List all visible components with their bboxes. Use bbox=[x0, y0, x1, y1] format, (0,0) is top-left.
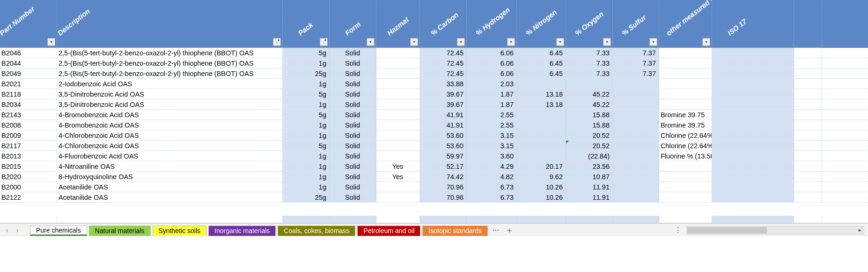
cell-blank[interactable] bbox=[712, 120, 794, 130]
cell-form[interactable]: Solid bbox=[330, 89, 376, 99]
cell-form[interactable]: Solid bbox=[330, 192, 376, 202]
cell-blank[interactable] bbox=[794, 130, 822, 140]
cell-blank[interactable] bbox=[794, 172, 822, 181]
cell-oxygen[interactable]: 10.87 bbox=[566, 172, 613, 181]
cell-hazmat[interactable] bbox=[376, 151, 420, 161]
cell-nitrogen[interactable]: 13.18 bbox=[517, 89, 566, 99]
cell-other[interactable]: Chlorine (22.64%) bbox=[659, 141, 712, 151]
table-row[interactable]: B2000Acetanilide OAS1gSolid70.966.7310.2… bbox=[0, 182, 868, 192]
cell-part[interactable]: B2044 bbox=[0, 58, 57, 68]
cell-form[interactable]: Solid bbox=[330, 151, 376, 161]
cell-carbon[interactable]: 39.67 bbox=[420, 99, 467, 109]
cell-oxygen[interactable]: (22.84) bbox=[566, 151, 613, 161]
cell-part[interactable]: B2118 bbox=[0, 89, 57, 99]
filter-button[interactable]: ▼ bbox=[457, 38, 465, 46]
cell-part[interactable]: B2049 bbox=[0, 68, 57, 78]
cell-nitrogen[interactable]: 20.17 bbox=[517, 161, 566, 171]
cell-nitrogen[interactable]: 6.45 bbox=[517, 48, 566, 58]
filter-button[interactable]: ▼ bbox=[507, 38, 515, 46]
cell-pack[interactable]: 1g bbox=[283, 182, 330, 192]
cell-other[interactable] bbox=[659, 172, 712, 181]
cell-hydrogen[interactable]: 4.29 bbox=[467, 161, 517, 171]
cell-blank[interactable] bbox=[712, 192, 794, 202]
scroll-right-button[interactable]: ► bbox=[856, 227, 864, 234]
cell-pack[interactable]: 5g bbox=[283, 110, 330, 120]
cell-desc[interactable]: 4-Chlorobenzoic Acid OAS bbox=[57, 130, 283, 140]
filter-button[interactable]: ▼ bbox=[702, 38, 710, 46]
table-row[interactable]: B20492,5-(Bis(5-tert-butyl-2-benzo-oxazo… bbox=[0, 68, 868, 79]
cell-hydrogen[interactable]: 1.87 bbox=[467, 89, 517, 99]
cell-hydrogen[interactable]: 6.06 bbox=[467, 58, 517, 68]
cell-other[interactable] bbox=[659, 161, 712, 171]
sheet-tab[interactable]: Inorganic materials bbox=[208, 226, 276, 236]
tab-nav-prev[interactable]: ‹ bbox=[3, 225, 11, 235]
cell-carbon[interactable]: 72.45 bbox=[420, 68, 467, 78]
more-tabs-button[interactable]: ··· bbox=[490, 227, 502, 234]
cell-form[interactable]: Solid bbox=[330, 99, 376, 109]
cell-nitrogen[interactable] bbox=[517, 130, 566, 140]
cell-part[interactable]: B2122 bbox=[0, 192, 57, 202]
filter-button[interactable]: ▼ bbox=[649, 38, 657, 46]
cell-desc[interactable]: 2-Iodobenzoic Acid OAS bbox=[57, 79, 283, 89]
cell-pack[interactable]: 1g bbox=[283, 130, 330, 140]
cell-carbon[interactable]: 70.96 bbox=[420, 192, 467, 202]
cell-sulfur[interactable] bbox=[613, 99, 659, 109]
cell-carbon[interactable]: 39.67 bbox=[420, 89, 467, 99]
cell-blank[interactable] bbox=[794, 120, 822, 130]
sheet-tab[interactable]: Pure chemicals bbox=[30, 226, 87, 236]
cell-hazmat[interactable] bbox=[376, 99, 420, 109]
cell-part[interactable]: B2143 bbox=[0, 110, 57, 120]
table-row[interactable]: B20134-Fluorobenzoic Acid OAS1gSolid59.9… bbox=[0, 151, 868, 161]
table-row[interactable]: B21174-Chlorobenzoic Acid OAS5gSolid53.6… bbox=[0, 141, 868, 151]
cell-sulfur[interactable] bbox=[613, 141, 659, 151]
cell-blank[interactable] bbox=[712, 48, 794, 58]
table-row[interactable]: B20084-Bromobenzoic Acid OAS1gSolid41.91… bbox=[0, 120, 868, 130]
cell-blank[interactable] bbox=[712, 68, 794, 78]
cell-oxygen[interactable]: 20.52 bbox=[566, 130, 613, 140]
cell-pack[interactable]: 1g bbox=[283, 58, 330, 68]
cell-blank[interactable] bbox=[794, 48, 822, 58]
cell-desc[interactable]: Acetanilide OAS bbox=[57, 192, 283, 202]
cell-blank[interactable] bbox=[794, 58, 822, 68]
cell-pack[interactable]: 1g bbox=[283, 151, 330, 161]
cell-hydrogen[interactable]: 6.73 bbox=[467, 192, 517, 202]
cell-carbon[interactable]: 70.96 bbox=[420, 182, 467, 192]
cell-blank[interactable] bbox=[712, 58, 794, 68]
cell-pack[interactable]: 1g bbox=[283, 79, 330, 89]
cell-oxygen[interactable]: 15.88 bbox=[566, 110, 613, 120]
cell-desc[interactable]: 4-Bromobenzoic Acid OAS bbox=[57, 110, 283, 120]
table-row[interactable]: B20343,5-Dinitrobenzoic Acid OAS1gSolid3… bbox=[0, 99, 868, 110]
cell-oxygen[interactable]: 7.33 bbox=[566, 48, 613, 58]
cell-form[interactable]: Solid bbox=[330, 58, 376, 68]
cell-blank[interactable] bbox=[712, 141, 794, 151]
cell-pack[interactable]: 25g bbox=[283, 68, 330, 78]
table-row[interactable]: B21183,5-Dinitrobenzoic Acid OAS5gSolid3… bbox=[0, 89, 868, 99]
cell-blank[interactable] bbox=[712, 99, 794, 109]
cell-other[interactable] bbox=[659, 99, 712, 109]
filter-button[interactable]: ▼ bbox=[47, 38, 55, 46]
cell-other[interactable]: Bromine 39.75 bbox=[659, 110, 712, 120]
cell-other[interactable] bbox=[659, 89, 712, 99]
cell-blank[interactable] bbox=[794, 79, 822, 89]
cell-hydrogen[interactable]: 6.06 bbox=[467, 68, 517, 78]
cell-hazmat[interactable] bbox=[376, 182, 420, 192]
cell-hazmat[interactable] bbox=[376, 120, 420, 130]
cell-carbon[interactable]: 72.45 bbox=[420, 58, 467, 68]
cell-desc[interactable]: 4-Chlorobenzoic Acid OAS bbox=[57, 141, 283, 151]
cell-hazmat[interactable] bbox=[376, 79, 420, 89]
table-row[interactable]: B20208-Hydroxyquinoline OAS1gSolidYes74.… bbox=[0, 172, 868, 182]
cell-part[interactable]: B2046 bbox=[0, 48, 57, 58]
cell-sulfur[interactable] bbox=[613, 120, 659, 130]
cell-form[interactable]: Solid bbox=[330, 110, 376, 120]
cell-pack[interactable]: 5g bbox=[283, 141, 330, 151]
cell-oxygen[interactable]: 15.88 bbox=[566, 120, 613, 130]
cell-nitrogen[interactable] bbox=[517, 110, 566, 120]
cell-form[interactable]: Solid bbox=[330, 48, 376, 58]
cell-pack[interactable]: 25g bbox=[283, 192, 330, 202]
table-row[interactable]: B20154-Nitroaniline OAS1gSolidYes52.174.… bbox=[0, 161, 868, 172]
cell-other[interactable] bbox=[659, 58, 712, 68]
add-sheet-button[interactable]: ＋ bbox=[504, 225, 515, 235]
cell-form[interactable]: Solid bbox=[330, 182, 376, 192]
cell-part[interactable]: B2000 bbox=[0, 182, 57, 192]
cell-pack[interactable]: 1g bbox=[283, 161, 330, 171]
